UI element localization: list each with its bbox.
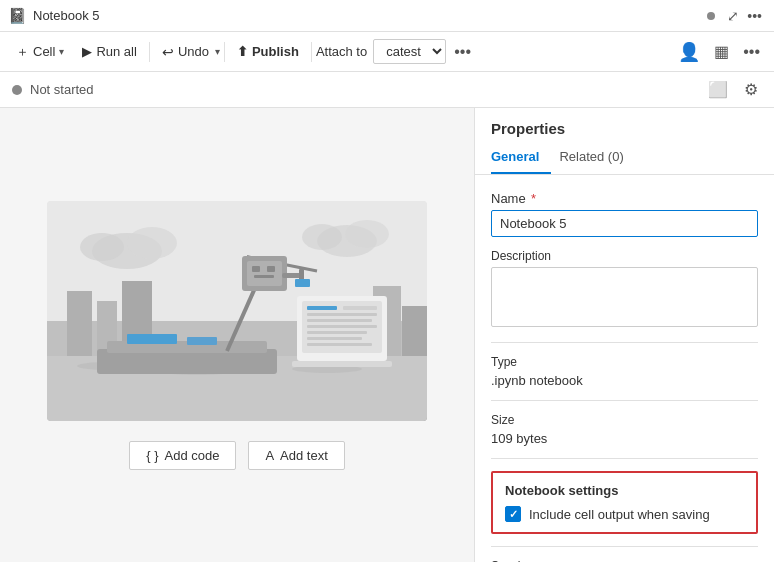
window-title: Notebook 5: [33, 8, 707, 23]
divider-1: [491, 342, 758, 343]
panel-title: Properties: [475, 108, 774, 141]
svg-point-5: [345, 220, 389, 248]
notebook-buttons: { } Add code A Add text: [129, 441, 345, 470]
add-code-label: Add code: [164, 448, 219, 463]
divider-4: [491, 546, 758, 547]
svg-rect-37: [307, 313, 377, 316]
cell-dropdown-arrow: ▾: [59, 46, 64, 57]
status-dot: [12, 85, 22, 95]
add-text-label: Add text: [280, 448, 328, 463]
status-square-button[interactable]: ⬜: [704, 78, 732, 101]
unsaved-dot: [707, 12, 715, 20]
more-button[interactable]: •••: [743, 6, 766, 26]
description-field-group: Description: [491, 249, 758, 330]
status-gear-button[interactable]: ⚙: [740, 78, 762, 101]
svg-rect-36: [343, 306, 377, 310]
svg-rect-28: [267, 266, 275, 272]
toolbar-dropdown-arrow-undo: ▾: [215, 46, 220, 57]
separator-3: [311, 42, 312, 62]
status-text: Not started: [30, 82, 94, 97]
properties-panel: Properties General Related (0) Name * De…: [474, 108, 774, 562]
toolbar: ＋ Cell ▾ ▶ Run all ↩ Undo ▾ ⬆ Publish At…: [0, 32, 774, 72]
description-textarea[interactable]: [491, 267, 758, 327]
divider-3: [491, 458, 758, 459]
divider-2: [491, 400, 758, 401]
svg-rect-26: [247, 261, 282, 286]
text-icon: A: [265, 448, 274, 463]
grid-icon-button[interactable]: ▦: [708, 38, 735, 65]
svg-point-2: [127, 227, 177, 259]
size-field-group: Size 109 bytes: [491, 413, 758, 446]
expand-button[interactable]: ⤢: [723, 6, 743, 26]
separator-1: [149, 42, 150, 62]
title-bar: 📓 Notebook 5 ⤢ •••: [0, 0, 774, 32]
notebook-area: { } Add code A Add text: [0, 108, 474, 562]
name-input[interactable]: [491, 210, 758, 237]
plus-icon: ＋: [16, 43, 29, 61]
code-icon: { }: [146, 448, 158, 463]
svg-rect-35: [307, 306, 337, 310]
publish-icon: ⬆: [237, 44, 248, 59]
notebook-settings-title: Notebook settings: [505, 483, 744, 498]
separator-2: [224, 42, 225, 62]
svg-rect-32: [295, 279, 310, 287]
notebook-icon: 📓: [8, 7, 27, 25]
cell-output-checkbox[interactable]: ✓: [505, 506, 521, 522]
cell-output-label: Include cell output when saving: [529, 507, 710, 522]
svg-rect-29: [254, 275, 274, 278]
required-marker: *: [531, 191, 536, 206]
size-label: Size: [491, 413, 758, 427]
name-label: Name *: [491, 191, 758, 206]
cell-output-row: ✓ Include cell output when saving: [505, 506, 744, 522]
user-icon-button[interactable]: 👤: [672, 37, 706, 67]
type-label: Type: [491, 355, 758, 369]
svg-rect-38: [307, 319, 372, 322]
add-code-button[interactable]: { } Add code: [129, 441, 236, 470]
type-field-group: Type .ipynb notebook: [491, 355, 758, 388]
undo-icon: ↩: [162, 44, 174, 60]
checkmark-icon: ✓: [509, 508, 518, 521]
cell-button[interactable]: ＋ Cell ▾: [8, 39, 72, 65]
panel-body: Name * Description Type .ipynb notebook …: [475, 175, 774, 562]
panel-tabs: General Related (0): [475, 141, 774, 175]
attach-select[interactable]: catest: [373, 39, 446, 64]
svg-rect-41: [307, 337, 362, 340]
publish-button[interactable]: ⬆ Publish: [229, 40, 307, 63]
svg-rect-42: [307, 343, 372, 346]
svg-point-3: [80, 233, 124, 261]
svg-rect-39: [307, 325, 377, 328]
notebook-illustration: [47, 201, 427, 421]
tab-general[interactable]: General: [491, 141, 551, 174]
status-bar: Not started ⬜ ⚙: [0, 72, 774, 108]
play-icon: ▶: [82, 44, 92, 59]
status-controls: ⬜ ⚙: [704, 78, 762, 101]
svg-rect-40: [307, 331, 367, 334]
add-text-button[interactable]: A Add text: [248, 441, 344, 470]
main-content: { } Add code A Add text Properties Gener…: [0, 108, 774, 562]
undo-button[interactable]: ↩ Undo: [154, 40, 217, 64]
svg-rect-43: [292, 361, 392, 367]
svg-rect-20: [127, 334, 177, 344]
svg-point-6: [302, 224, 342, 250]
toolbar-more-button[interactable]: •••: [448, 39, 477, 65]
attach-label: Attach to: [316, 44, 367, 59]
tab-related[interactable]: Related (0): [559, 141, 635, 174]
run-all-button[interactable]: ▶ Run all: [74, 40, 144, 63]
svg-rect-27: [252, 266, 260, 272]
type-value: .ipynb notebook: [491, 373, 758, 388]
toolbar-more-2-button[interactable]: •••: [737, 39, 766, 65]
svg-rect-21: [187, 337, 217, 345]
description-label: Description: [491, 249, 758, 263]
size-value: 109 bytes: [491, 431, 758, 446]
name-field-group: Name *: [491, 191, 758, 237]
notebook-settings-box: Notebook settings ✓ Include cell output …: [491, 471, 758, 534]
